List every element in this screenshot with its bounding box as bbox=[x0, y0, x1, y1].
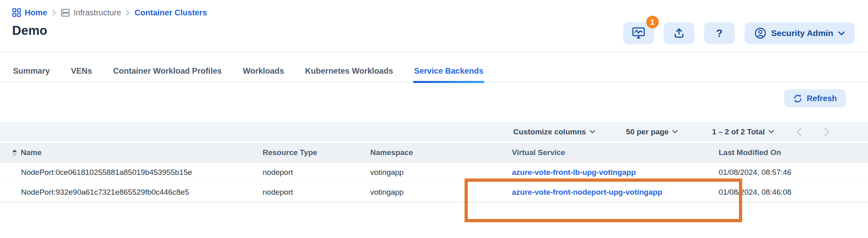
customize-columns-label: Customize columns bbox=[513, 128, 586, 136]
page-header: Home Infrastructure Contai bbox=[0, 0, 868, 53]
next-page-button[interactable] bbox=[824, 128, 830, 136]
user-menu-button[interactable]: Security Admin bbox=[745, 22, 855, 44]
chevron-down-icon bbox=[590, 130, 595, 134]
column-header-virtual-service: Virtual Service bbox=[512, 148, 719, 157]
tab-service-backends[interactable]: Service Backends bbox=[413, 61, 484, 82]
cell-namespace: votingapp bbox=[370, 168, 512, 177]
column-header-resource-type: Resource Type bbox=[263, 148, 370, 157]
cell-last-modified-on: 01/08/2024, 08:57:46 bbox=[719, 168, 856, 177]
chevron-down-icon bbox=[838, 31, 845, 36]
tab-summary[interactable]: Summary bbox=[12, 61, 51, 82]
question-mark-icon: ? bbox=[716, 27, 723, 40]
per-page-label: 50 per page bbox=[626, 128, 669, 136]
breadcrumb-infrastructure[interactable]: Infrastructure bbox=[61, 8, 121, 17]
per-page-dropdown[interactable]: 50 per page bbox=[626, 128, 678, 136]
tab-kubernetes-workloads[interactable]: Kubernetes Workloads bbox=[304, 61, 394, 82]
breadcrumb-home[interactable]: Home bbox=[12, 8, 47, 17]
column-header-name[interactable]: Name bbox=[12, 148, 263, 157]
cell-resource-type: nodeport bbox=[263, 168, 370, 177]
cell-name: NodePort:932e90a61c7321e865529fb0c446c8e… bbox=[12, 188, 263, 197]
cell-name: NodePort:0ce061810255881a85019b453955b15… bbox=[12, 168, 263, 177]
tab-workloads[interactable]: Workloads bbox=[242, 61, 285, 82]
help-button[interactable]: ? bbox=[704, 22, 735, 44]
chevron-right-icon bbox=[824, 128, 830, 136]
server-stack-icon bbox=[61, 8, 70, 17]
upload-icon bbox=[673, 28, 685, 39]
total-count-label: 1 – 2 of 2 Total bbox=[712, 128, 765, 136]
chevron-right-icon bbox=[126, 10, 129, 16]
breadcrumb: Home Infrastructure Contai bbox=[12, 6, 855, 19]
chevron-down-icon bbox=[672, 130, 678, 134]
chevron-left-icon bbox=[796, 128, 802, 136]
virtual-service-link[interactable]: azure-vote-front-lb-upg-votingapp bbox=[512, 168, 636, 176]
previous-page-button[interactable] bbox=[796, 128, 802, 136]
cell-namespace: votingapp bbox=[370, 188, 512, 197]
table-header-row: Name Resource Type Namespace Virtual Ser… bbox=[0, 143, 868, 163]
tab-vens[interactable]: VENs bbox=[70, 61, 93, 82]
virtual-service-link[interactable]: azure-vote-front-nodeport-upg-votingapp bbox=[512, 188, 662, 196]
column-header-last-modified-on: Last Modified On bbox=[719, 148, 856, 157]
refresh-arrows-icon bbox=[793, 94, 802, 103]
refresh-button-label: Refresh bbox=[807, 94, 837, 103]
tab-container-workload-profiles[interactable]: Container Workload Profiles bbox=[112, 61, 223, 82]
export-button[interactable] bbox=[664, 22, 694, 44]
header-actions: 1 ? Security Admin bbox=[623, 22, 855, 44]
notification-badge: 1 bbox=[646, 16, 659, 28]
grid-icon bbox=[12, 8, 21, 17]
breadcrumb-container-clusters[interactable]: Container Clusters bbox=[134, 8, 207, 17]
breadcrumb-container-clusters-label: Container Clusters bbox=[134, 8, 207, 17]
table-row: NodePort:932e90a61c7321e865529fb0c446c8e… bbox=[0, 183, 868, 202]
breadcrumb-home-label: Home bbox=[25, 8, 47, 17]
tab-bar: Summary VENs Container Workload Profiles… bbox=[0, 61, 868, 83]
chevron-right-icon bbox=[52, 10, 56, 16]
customize-columns-dropdown[interactable]: Customize columns bbox=[513, 128, 595, 136]
health-monitor-button[interactable]: 1 bbox=[623, 22, 654, 44]
column-header-name-label: Name bbox=[21, 148, 42, 157]
table-toolbar: Customize columns 50 per page 1 – 2 of 2… bbox=[0, 122, 868, 142]
sort-arrows-icon bbox=[12, 149, 17, 156]
chevron-down-icon bbox=[768, 130, 774, 134]
column-header-namespace: Namespace bbox=[370, 148, 512, 157]
table-row: NodePort:0ce061810255881a85019b453955b15… bbox=[0, 163, 868, 183]
person-circle-icon bbox=[754, 27, 766, 39]
cell-resource-type: nodeport bbox=[263, 188, 370, 197]
refresh-row: Refresh bbox=[0, 89, 868, 107]
user-menu-label: Security Admin bbox=[771, 28, 833, 38]
monitor-pulse-icon bbox=[632, 27, 645, 39]
refresh-button[interactable]: Refresh bbox=[784, 89, 846, 107]
cell-last-modified-on: 01/08/2024, 08:46:08 bbox=[719, 188, 856, 197]
breadcrumb-infrastructure-label: Infrastructure bbox=[74, 8, 121, 17]
total-count-dropdown[interactable]: 1 – 2 of 2 Total bbox=[712, 128, 774, 136]
